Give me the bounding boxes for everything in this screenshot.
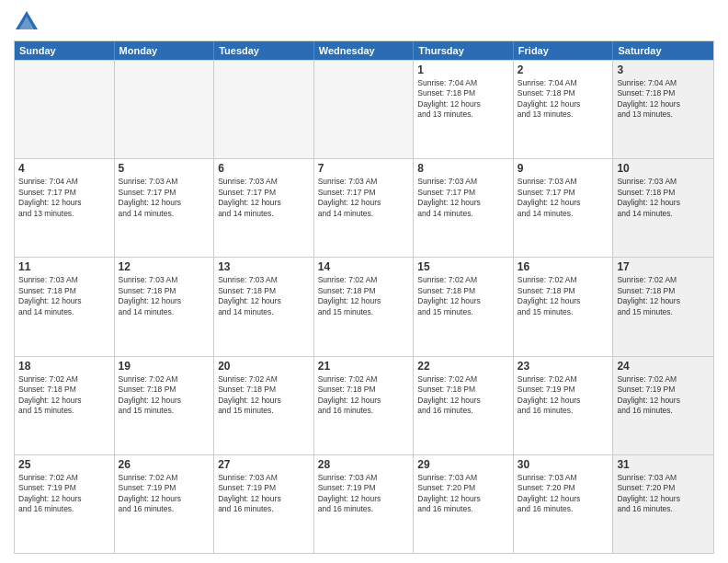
- header-day-friday: Friday: [514, 41, 614, 60]
- day-number: 18: [18, 360, 110, 373]
- day-info: Sunrise: 7:02 AM Sunset: 7:19 PM Dayligh…: [18, 473, 110, 515]
- day-number: 22: [417, 360, 509, 373]
- calendar-cell: 31Sunrise: 7:03 AM Sunset: 7:20 PM Dayli…: [613, 455, 713, 553]
- calendar-cell: [314, 61, 415, 158]
- day-info: Sunrise: 7:03 AM Sunset: 7:19 PM Dayligh…: [218, 473, 310, 515]
- day-number: 25: [18, 458, 110, 471]
- day-info: Sunrise: 7:03 AM Sunset: 7:17 PM Dayligh…: [518, 177, 609, 219]
- day-info: Sunrise: 7:04 AM Sunset: 7:18 PM Dayligh…: [518, 78, 609, 121]
- calendar-cell: 25Sunrise: 7:02 AM Sunset: 7:19 PM Dayli…: [15, 455, 115, 553]
- calendar-header: SundayMondayTuesdayWednesdayThursdayFrid…: [15, 41, 713, 60]
- day-info: Sunrise: 7:02 AM Sunset: 7:19 PM Dayligh…: [617, 374, 710, 417]
- calendar-body: 1Sunrise: 7:04 AM Sunset: 7:18 PM Daylig…: [15, 60, 713, 553]
- day-number: 7: [318, 162, 410, 175]
- day-info: Sunrise: 7:02 AM Sunset: 7:18 PM Dayligh…: [617, 275, 710, 317]
- calendar-cell: 9Sunrise: 7:03 AM Sunset: 7:17 PM Daylig…: [514, 159, 614, 257]
- header-day-monday: Monday: [115, 41, 215, 60]
- day-number: 17: [617, 260, 710, 273]
- day-number: 16: [518, 260, 609, 273]
- day-number: 21: [318, 360, 410, 373]
- day-info: Sunrise: 7:02 AM Sunset: 7:19 PM Dayligh…: [518, 374, 609, 417]
- header-day-wednesday: Wednesday: [314, 41, 415, 60]
- calendar-cell: [115, 61, 215, 158]
- day-number: 5: [119, 162, 210, 175]
- day-info: Sunrise: 7:03 AM Sunset: 7:19 PM Dayligh…: [318, 473, 410, 515]
- day-number: 10: [617, 162, 710, 175]
- day-info: Sunrise: 7:02 AM Sunset: 7:19 PM Dayligh…: [119, 473, 210, 515]
- calendar-cell: 26Sunrise: 7:02 AM Sunset: 7:19 PM Dayli…: [115, 455, 215, 553]
- calendar-cell: 20Sunrise: 7:02 AM Sunset: 7:18 PM Dayli…: [214, 357, 314, 454]
- day-number: 2: [518, 63, 609, 76]
- calendar-cell: 11Sunrise: 7:03 AM Sunset: 7:18 PM Dayli…: [15, 258, 115, 355]
- day-info: Sunrise: 7:02 AM Sunset: 7:18 PM Dayligh…: [518, 275, 609, 317]
- calendar-cell: 23Sunrise: 7:02 AM Sunset: 7:19 PM Dayli…: [514, 357, 614, 454]
- calendar-cell: 28Sunrise: 7:03 AM Sunset: 7:19 PM Dayli…: [314, 455, 415, 553]
- calendar-cell: 17Sunrise: 7:02 AM Sunset: 7:18 PM Dayli…: [613, 258, 713, 355]
- day-info: Sunrise: 7:02 AM Sunset: 7:18 PM Dayligh…: [18, 374, 110, 417]
- day-info: Sunrise: 7:03 AM Sunset: 7:20 PM Dayligh…: [617, 473, 710, 515]
- week-row-3: 11Sunrise: 7:03 AM Sunset: 7:18 PM Dayli…: [15, 257, 713, 355]
- header-day-saturday: Saturday: [613, 41, 713, 60]
- day-info: Sunrise: 7:03 AM Sunset: 7:18 PM Dayligh…: [119, 275, 210, 317]
- calendar-cell: 7Sunrise: 7:03 AM Sunset: 7:17 PM Daylig…: [314, 159, 415, 257]
- page: SundayMondayTuesdayWednesdayThursdayFrid…: [0, 0, 728, 563]
- day-number: 1: [417, 63, 509, 76]
- calendar-cell: 8Sunrise: 7:03 AM Sunset: 7:17 PM Daylig…: [414, 159, 514, 257]
- day-number: 27: [218, 458, 310, 471]
- calendar: SundayMondayTuesdayWednesdayThursdayFrid…: [14, 40, 714, 554]
- calendar-cell: 14Sunrise: 7:02 AM Sunset: 7:18 PM Dayli…: [314, 258, 415, 355]
- day-info: Sunrise: 7:02 AM Sunset: 7:18 PM Dayligh…: [318, 275, 410, 317]
- day-info: Sunrise: 7:03 AM Sunset: 7:20 PM Dayligh…: [518, 473, 609, 515]
- day-info: Sunrise: 7:04 AM Sunset: 7:18 PM Dayligh…: [417, 78, 509, 121]
- day-number: 31: [617, 458, 710, 471]
- header-day-thursday: Thursday: [414, 41, 514, 60]
- day-info: Sunrise: 7:03 AM Sunset: 7:17 PM Dayligh…: [318, 177, 410, 219]
- calendar-cell: 29Sunrise: 7:03 AM Sunset: 7:20 PM Dayli…: [414, 455, 514, 553]
- header-day-sunday: Sunday: [15, 41, 115, 60]
- calendar-cell: 19Sunrise: 7:02 AM Sunset: 7:18 PM Dayli…: [115, 357, 215, 454]
- day-number: 20: [218, 360, 310, 373]
- day-number: 13: [218, 260, 310, 273]
- calendar-cell: 4Sunrise: 7:04 AM Sunset: 7:17 PM Daylig…: [15, 159, 115, 257]
- calendar-cell: [214, 61, 314, 158]
- day-info: Sunrise: 7:02 AM Sunset: 7:18 PM Dayligh…: [417, 374, 509, 417]
- week-row-4: 18Sunrise: 7:02 AM Sunset: 7:18 PM Dayli…: [15, 356, 713, 454]
- calendar-cell: 6Sunrise: 7:03 AM Sunset: 7:17 PM Daylig…: [214, 159, 314, 257]
- day-info: Sunrise: 7:03 AM Sunset: 7:17 PM Dayligh…: [417, 177, 509, 219]
- calendar-cell: 10Sunrise: 7:03 AM Sunset: 7:18 PM Dayli…: [613, 159, 713, 257]
- calendar-cell: 24Sunrise: 7:02 AM Sunset: 7:19 PM Dayli…: [613, 357, 713, 454]
- calendar-cell: 2Sunrise: 7:04 AM Sunset: 7:18 PM Daylig…: [514, 61, 614, 158]
- logo-icon: [14, 9, 40, 35]
- day-info: Sunrise: 7:04 AM Sunset: 7:18 PM Dayligh…: [617, 78, 710, 121]
- day-number: 28: [318, 458, 410, 471]
- day-info: Sunrise: 7:02 AM Sunset: 7:18 PM Dayligh…: [119, 374, 210, 417]
- calendar-cell: 27Sunrise: 7:03 AM Sunset: 7:19 PM Dayli…: [214, 455, 314, 553]
- calendar-cell: 18Sunrise: 7:02 AM Sunset: 7:18 PM Dayli…: [15, 357, 115, 454]
- day-number: 4: [18, 162, 110, 175]
- week-row-2: 4Sunrise: 7:04 AM Sunset: 7:17 PM Daylig…: [15, 158, 713, 257]
- day-number: 3: [617, 63, 710, 76]
- header: [14, 9, 714, 35]
- calendar-cell: 22Sunrise: 7:02 AM Sunset: 7:18 PM Dayli…: [414, 357, 514, 454]
- week-row-5: 25Sunrise: 7:02 AM Sunset: 7:19 PM Dayli…: [15, 454, 713, 553]
- header-day-tuesday: Tuesday: [214, 41, 314, 60]
- day-info: Sunrise: 7:03 AM Sunset: 7:20 PM Dayligh…: [417, 473, 509, 515]
- day-number: 9: [518, 162, 609, 175]
- calendar-cell: 15Sunrise: 7:02 AM Sunset: 7:18 PM Dayli…: [414, 258, 514, 355]
- logo: [14, 9, 43, 35]
- calendar-cell: [15, 61, 115, 158]
- calendar-cell: 5Sunrise: 7:03 AM Sunset: 7:17 PM Daylig…: [115, 159, 215, 257]
- calendar-cell: 1Sunrise: 7:04 AM Sunset: 7:18 PM Daylig…: [414, 61, 514, 158]
- calendar-cell: 30Sunrise: 7:03 AM Sunset: 7:20 PM Dayli…: [514, 455, 614, 553]
- day-number: 8: [417, 162, 509, 175]
- day-info: Sunrise: 7:03 AM Sunset: 7:17 PM Dayligh…: [119, 177, 210, 219]
- calendar-cell: 13Sunrise: 7:03 AM Sunset: 7:18 PM Dayli…: [214, 258, 314, 355]
- calendar-cell: 21Sunrise: 7:02 AM Sunset: 7:18 PM Dayli…: [314, 357, 415, 454]
- day-info: Sunrise: 7:02 AM Sunset: 7:18 PM Dayligh…: [318, 374, 410, 417]
- day-info: Sunrise: 7:03 AM Sunset: 7:18 PM Dayligh…: [218, 275, 310, 317]
- day-number: 15: [417, 260, 509, 273]
- calendar-cell: 16Sunrise: 7:02 AM Sunset: 7:18 PM Dayli…: [514, 258, 614, 355]
- calendar-cell: 12Sunrise: 7:03 AM Sunset: 7:18 PM Dayli…: [115, 258, 215, 355]
- calendar-cell: 3Sunrise: 7:04 AM Sunset: 7:18 PM Daylig…: [613, 61, 713, 158]
- day-info: Sunrise: 7:04 AM Sunset: 7:17 PM Dayligh…: [18, 177, 110, 219]
